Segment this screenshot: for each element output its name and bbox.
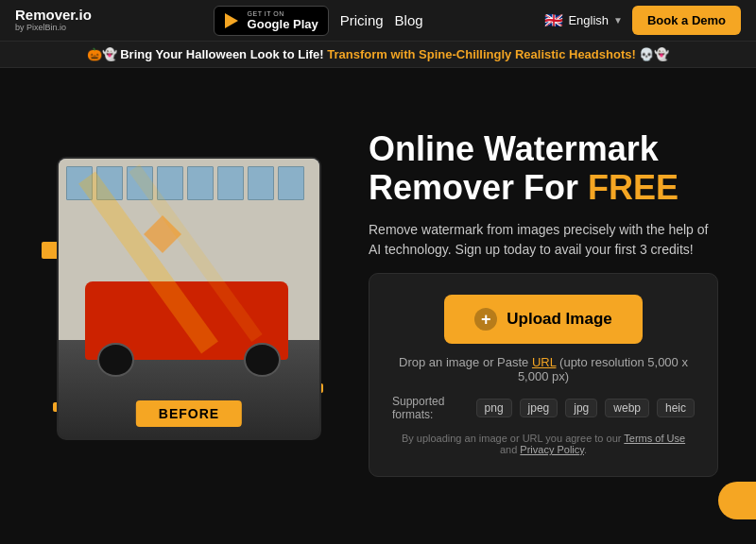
window: [187, 166, 214, 200]
main-headline: Online Watermark Remover For FREE: [369, 129, 718, 208]
url-link[interactable]: URL: [532, 355, 557, 369]
logo-name: Remover.io: [15, 8, 92, 24]
google-play-icon: [222, 11, 241, 30]
window: [66, 166, 93, 200]
blog-link[interactable]: Blog: [395, 12, 423, 28]
book-demo-button[interactable]: Book a Demo: [632, 6, 741, 35]
format-badge-heic: heic: [657, 399, 695, 417]
window: [248, 166, 274, 200]
pricing-link[interactable]: Pricing: [340, 12, 384, 28]
formats-label: Supported formats:: [392, 395, 469, 421]
headline-line1: Online Watermark: [369, 129, 659, 168]
car-image: [59, 159, 319, 438]
window: [157, 166, 183, 200]
navbar-right: 🇬🇧 English ▼ Book a Demo: [544, 6, 741, 35]
before-image-section: BEFORE: [38, 147, 331, 468]
headline-line2-normal: Remover For: [369, 168, 588, 207]
upload-card: + Upload Image Drop an image or Paste UR…: [369, 273, 718, 477]
announcement-text: Bring Your Halloween Look to Life!: [120, 47, 327, 61]
language-label: English: [568, 13, 609, 27]
terms-text: By uploading an image or URL you agree t…: [392, 433, 695, 455]
window: [217, 166, 244, 200]
flag-icon: 🇬🇧: [544, 11, 563, 29]
drop-instruction: Drop an image or Paste URL (upto resolut…: [392, 355, 695, 383]
logo-sub: by PixelBin.io: [15, 24, 92, 33]
format-badge-webp: webp: [605, 399, 649, 417]
subheadline: Remove watermark from images precisely w…: [369, 220, 718, 260]
site-logo: Remover.io by PixelBin.io: [15, 8, 92, 32]
car-wheel-left: [97, 343, 134, 377]
privacy-policy-link[interactable]: Privacy Policy: [520, 444, 584, 455]
upload-button-label: Upload Image: [507, 310, 611, 329]
text-section: Online Watermark Remover For FREE Remove…: [369, 129, 718, 478]
window: [96, 166, 123, 200]
upload-button[interactable]: + Upload Image: [444, 295, 642, 344]
svg-marker-0: [225, 13, 238, 28]
format-badge-jpeg: jpeg: [520, 399, 558, 417]
floating-circle: [718, 482, 756, 519]
format-badge-jpg: jpg: [565, 399, 597, 417]
navbar: Remover.io by PixelBin.io GET IT ON Goog…: [0, 0, 756, 42]
google-play-button[interactable]: GET IT ON Google Play: [214, 6, 329, 36]
main-content: BEFORE Online Watermark Remover For FREE…: [0, 68, 756, 538]
navbar-center: GET IT ON Google Play Pricing Blog: [214, 6, 423, 36]
window: [127, 166, 153, 200]
announcement-emoji-right: 💀👻: [639, 47, 669, 61]
plus-icon: +: [474, 308, 497, 331]
car-wheel-right: [244, 343, 281, 377]
language-selector[interactable]: 🇬🇧 English ▼: [544, 11, 623, 29]
before-image-frame: BEFORE: [57, 157, 321, 440]
format-badge-png: png: [476, 399, 512, 417]
get-it-label: GET IT ON: [248, 10, 318, 17]
announcement-link[interactable]: Transform with Spine-Chillingly Realisti…: [327, 47, 636, 61]
chevron-down-icon: ▼: [613, 15, 623, 26]
formats-row: Supported formats: png jpeg jpg webp hei…: [392, 395, 695, 421]
google-play-text: GET IT ON Google Play: [248, 10, 318, 31]
announcement-bar: 🎃👻 Bring Your Halloween Look to Life! Tr…: [0, 42, 756, 68]
headline-free: FREE: [588, 168, 679, 207]
announcement-emoji-left: 🎃👻: [87, 47, 117, 61]
window: [278, 166, 304, 200]
google-play-name: Google Play: [248, 17, 318, 31]
terms-of-use-link[interactable]: Terms of Use: [624, 433, 685, 444]
before-badge: BEFORE: [136, 400, 242, 427]
